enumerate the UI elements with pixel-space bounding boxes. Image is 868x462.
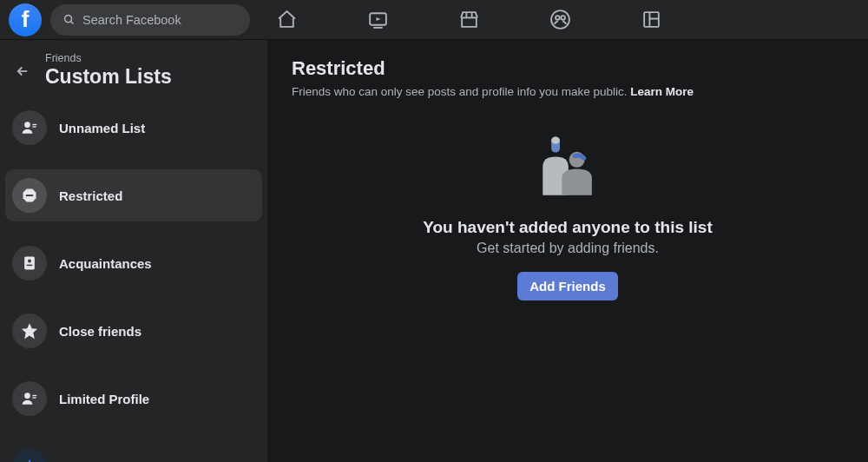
arrow-left-icon	[15, 63, 30, 79]
page-title: Restricted	[292, 57, 844, 80]
search-icon	[62, 13, 76, 26]
main-content: Restricted Friends who can only see post…	[267, 40, 868, 462]
sidebar-title: Custom Lists	[45, 65, 172, 88]
sidebar-item-unnamed-list[interactable]: Unnamed List	[5, 102, 262, 154]
svg-point-15	[24, 393, 30, 399]
watch-icon[interactable]	[360, 3, 395, 37]
empty-state: You haven't added anyone to this list Ge…	[292, 131, 844, 445]
search-placeholder: Search Facebook	[82, 13, 181, 27]
sidebar-item-label: Limited Profile	[59, 392, 149, 406]
svg-rect-7	[644, 12, 659, 27]
sidebar-item-limited-profile[interactable]: Limited Profile	[5, 373, 262, 425]
marketplace-icon[interactable]	[451, 3, 486, 37]
svg-line-1	[71, 22, 74, 24]
svg-point-5	[556, 16, 560, 20]
sidebar-item-label: Unnamed List	[59, 121, 145, 135]
sidebar-item-label: Restricted	[59, 188, 122, 203]
sidebar-item-acquaintances[interactable]: Acquaintances	[5, 237, 262, 289]
plus-icon	[12, 449, 47, 462]
back-button[interactable]	[10, 59, 35, 83]
nav-tabs	[269, 0, 668, 39]
empty-title: You haven't added anyone to this list	[423, 218, 713, 237]
svg-rect-16	[32, 395, 36, 396]
learn-more-link[interactable]: Learn More	[630, 85, 694, 98]
create-list-button[interactable]: Create List	[5, 440, 262, 462]
svg-rect-12	[24, 257, 35, 270]
sidebar-item-label: Close friends	[59, 324, 141, 339]
svg-point-0	[65, 16, 72, 23]
svg-rect-10	[32, 127, 36, 128]
empty-people-icon	[532, 131, 603, 202]
facebook-logo[interactable]: f	[9, 3, 42, 36]
svg-rect-19	[551, 137, 560, 144]
svg-point-13	[28, 260, 31, 263]
breadcrumb[interactable]: Friends	[45, 52, 172, 64]
groups-icon[interactable]	[542, 3, 577, 37]
stop-icon	[12, 178, 47, 213]
person-list-icon	[12, 381, 47, 416]
svg-rect-14	[27, 265, 33, 267]
star-icon	[12, 314, 47, 348]
sidebar-item-label: Acquaintances	[59, 256, 152, 271]
person-list-icon	[12, 110, 47, 145]
page-subtitle: Friends who can only see posts and profi…	[292, 85, 844, 98]
svg-point-4	[551, 10, 569, 29]
add-friends-button[interactable]: Add Friends	[517, 272, 618, 300]
sidebar-item-close-friends[interactable]: Close friends	[5, 305, 262, 357]
empty-subtitle: Get started by adding friends.	[477, 241, 659, 256]
search-input[interactable]: Search Facebook	[50, 4, 250, 36]
badge-icon	[12, 246, 47, 280]
sidebar: Friends Custom Lists Unnamed List Restri…	[0, 40, 267, 462]
svg-rect-17	[32, 398, 36, 399]
svg-rect-11	[26, 195, 33, 197]
home-icon[interactable]	[269, 3, 304, 37]
svg-rect-9	[32, 124, 36, 125]
svg-point-8	[24, 122, 30, 129]
top-nav: f Search Facebook	[0, 0, 868, 40]
svg-point-6	[561, 16, 565, 20]
sidebar-item-restricted[interactable]: Restricted	[5, 169, 262, 221]
gaming-icon[interactable]	[634, 3, 668, 37]
